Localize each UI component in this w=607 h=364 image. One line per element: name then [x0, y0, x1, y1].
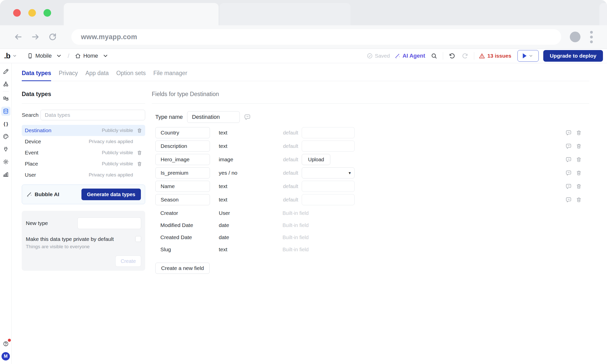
field-delete-icon[interactable] — [576, 130, 582, 136]
field-name-input[interactable] — [155, 154, 210, 165]
default-value-input[interactable] — [302, 141, 355, 152]
upload-button[interactable]: Upload — [302, 154, 330, 165]
create-new-field-button[interactable]: Create a new field — [155, 263, 210, 274]
field-list: text default text default — [152, 127, 589, 255]
field-note-icon[interactable] — [566, 197, 572, 203]
field-note-icon[interactable] — [566, 157, 572, 163]
field-delete-icon[interactable] — [576, 143, 582, 149]
field-row-hero-image: image default Upload — [152, 154, 589, 165]
fields-panel: Fields for type Destination Type name te… — [152, 91, 589, 274]
issues-button[interactable]: 13 issues — [479, 53, 511, 59]
private-by-default-checkbox[interactable] — [135, 236, 141, 242]
search-icon[interactable] — [430, 52, 438, 60]
ai-agent-button[interactable]: AI Agent — [394, 53, 425, 59]
tab-option-sets[interactable]: Option sets — [116, 70, 146, 81]
field-name-input[interactable] — [155, 141, 210, 152]
data-database-icon[interactable] — [1, 107, 10, 116]
logs-chart-icon[interactable] — [1, 170, 10, 179]
field-row-slug: Slug text Built-in field — [152, 244, 589, 255]
field-delete-icon[interactable] — [576, 197, 582, 203]
field-delete-icon[interactable] — [576, 184, 582, 189]
field-name-input[interactable] — [155, 127, 210, 138]
data-type-row-place[interactable]: Place Publicly visible — [22, 158, 145, 169]
redo-icon[interactable] — [461, 52, 469, 60]
design-pencil-icon[interactable] — [1, 67, 10, 76]
close-window-button[interactable] — [13, 9, 21, 17]
default-value-input[interactable] — [302, 194, 355, 205]
saved-status: Saved — [367, 53, 390, 59]
field-note-icon[interactable] — [566, 143, 572, 149]
pages-icon[interactable] — [1, 94, 10, 103]
settings-gear-icon[interactable] — [1, 157, 10, 166]
left-icon-rail: { } M — [0, 63, 12, 364]
editor-main: { } M D — [0, 63, 607, 364]
field-delete-icon[interactable] — [576, 170, 582, 176]
styles-palette-icon[interactable] — [1, 132, 10, 141]
type-name-input[interactable] — [187, 111, 240, 123]
device-selector[interactable]: Mobile — [27, 53, 62, 59]
field-note-icon[interactable] — [566, 184, 572, 189]
data-type-row-device[interactable]: Device Privacy rules applied — [22, 136, 145, 147]
field-note-icon[interactable] — [566, 130, 572, 136]
default-dropdown[interactable]: ▾ — [302, 167, 355, 178]
field-type: date — [219, 234, 279, 240]
visibility-hint: Things are visible to everyone — [26, 244, 141, 249]
field-row-creator: Creator User Built-in field — [152, 208, 589, 219]
logo-chevron-down-icon[interactable] — [12, 54, 17, 58]
tab-data-types[interactable]: Data types — [22, 70, 51, 81]
field-type: text — [219, 197, 279, 203]
field-name-input[interactable] — [155, 181, 210, 192]
tab-file-manager[interactable]: File manager — [153, 70, 187, 81]
minimize-window-button[interactable] — [28, 9, 36, 17]
default-label: default — [279, 184, 298, 189]
new-type-input[interactable] — [77, 217, 141, 229]
generate-data-types-button[interactable]: Generate data types — [81, 189, 141, 200]
data-type-row-event[interactable]: Event Publicly visible — [22, 147, 145, 158]
reload-icon[interactable] — [48, 32, 58, 42]
workflow-icon[interactable] — [1, 80, 10, 89]
search-input[interactable] — [40, 110, 145, 120]
delete-type-icon[interactable] — [133, 161, 142, 167]
ai-agent-label: AI Agent — [402, 53, 425, 59]
field-type: text — [219, 130, 279, 136]
back-icon[interactable] — [13, 32, 23, 42]
tab-privacy[interactable]: Privacy — [59, 70, 78, 81]
page-selector[interactable]: Home — [75, 53, 109, 59]
type-note-icon[interactable] — [244, 114, 251, 120]
default-value-input[interactable] — [302, 181, 355, 192]
field-name-input[interactable] — [155, 167, 210, 178]
forward-icon[interactable] — [30, 32, 40, 42]
bubble-logo[interactable]: .b — [4, 52, 10, 60]
data-type-row-destination[interactable]: Destination Publicly visible — [22, 125, 145, 136]
delete-type-icon[interactable] — [133, 150, 142, 155]
tab-app-data[interactable]: App data — [85, 70, 109, 81]
field-delete-icon[interactable] — [576, 157, 582, 163]
plugins-plug-icon[interactable] — [1, 145, 10, 154]
field-name-input[interactable] — [155, 194, 210, 205]
maximize-window-button[interactable] — [44, 9, 51, 17]
visibility-badge: Privacy rules applied — [89, 172, 133, 178]
mobile-icon — [27, 53, 33, 59]
user-avatar[interactable]: M — [2, 352, 10, 360]
browser-tab-inactive[interactable] — [220, 3, 351, 25]
browser-menu-icon[interactable] — [589, 30, 594, 44]
backend-braces-icon[interactable]: { } — [1, 119, 10, 128]
url-bar[interactable]: www.myapp.com — [71, 29, 561, 45]
visibility-badge: Publicly visible — [102, 150, 133, 155]
data-type-row-user[interactable]: User Privacy rules applied — [22, 169, 145, 180]
delete-type-icon[interactable] — [133, 128, 142, 133]
field-row-is-premium: yes / no default ▾ — [152, 167, 589, 178]
new-type-card: New type Make this data type private by … — [22, 211, 145, 271]
default-value-input[interactable] — [302, 127, 355, 138]
private-by-default-label: Make this data type private by default — [26, 236, 114, 242]
help-icon[interactable] — [1, 339, 10, 348]
data-section-tabs: Data types Privacy App data Option sets … — [22, 70, 589, 81]
field-note-icon[interactable] — [566, 170, 572, 176]
browser-profile-avatar[interactable] — [570, 32, 580, 42]
field-row-modified-date: Modified Date date Built-in field — [152, 220, 589, 231]
preview-button[interactable] — [517, 50, 539, 62]
upgrade-to-deploy-button[interactable]: Upgrade to deploy — [543, 50, 603, 62]
undo-icon[interactable] — [448, 52, 456, 60]
browser-tab-active[interactable] — [64, 3, 219, 25]
create-type-button[interactable]: Create — [115, 256, 141, 267]
